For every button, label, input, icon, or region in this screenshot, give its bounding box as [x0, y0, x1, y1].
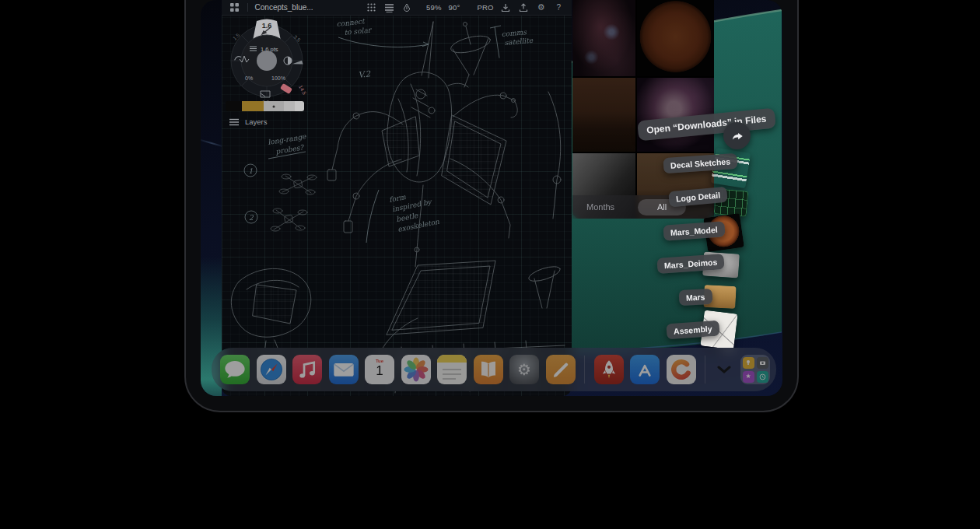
photos-flower-icon: [401, 355, 431, 384]
mini-tips-icon: [743, 357, 754, 369]
svg-text:comms: comms: [501, 28, 527, 38]
photos-dim-overlay: [572, 0, 714, 219]
pen-nib-icon[interactable]: [401, 2, 412, 13]
mini-star-icon: ★: [743, 371, 754, 383]
mech-sketch: [327, 22, 561, 267]
app-store-a-icon: [630, 355, 660, 384]
dock-icon-notes[interactable]: [437, 355, 467, 384]
svg-text:satellite: satellite: [504, 37, 534, 47]
pressure-min: 0%: [245, 75, 253, 81]
svg-text:V.2: V.2: [358, 68, 372, 79]
layers-label: Layers: [245, 117, 268, 126]
books-open-book-icon: [474, 355, 503, 384]
svg-text:long-range: long-range: [268, 132, 307, 146]
pressure-max: 100%: [271, 75, 285, 81]
ipad-screen: Concepts_blue... 59% 90° PRO ⚙ ?: [201, 0, 782, 396]
concepts-c-icon: [667, 355, 696, 384]
swatch-silver-selected[interactable]: [264, 101, 284, 111]
color-swatch-bar[interactable]: [226, 101, 304, 111]
share-forward-button[interactable]: [723, 122, 751, 149]
rotation-value[interactable]: 90°: [449, 3, 460, 12]
settings-gear-icon[interactable]: ⚙: [536, 2, 547, 13]
swatch-white[interactable]: [295, 101, 304, 111]
svg-text:2: 2: [249, 214, 254, 222]
layers-button[interactable]: Layers: [229, 117, 268, 126]
dock: Tue 1: [212, 348, 776, 391]
swatch-light-gray[interactable]: [284, 101, 295, 111]
stacked-lines-icon[interactable]: [384, 2, 395, 13]
dock-icon-music[interactable]: [292, 355, 322, 384]
svg-text:to solar: to solar: [344, 26, 373, 37]
dock-divider: [584, 356, 585, 384]
svg-text:form: form: [388, 193, 407, 204]
concepts-app-window[interactable]: Concepts_blue... 59% 90° PRO ⚙ ?: [222, 0, 572, 396]
notes-header: [437, 355, 467, 363]
import-icon[interactable]: [501, 2, 512, 13]
drag-item-label[interactable]: Mars: [679, 289, 713, 306]
drone-sketches: [271, 174, 317, 231]
safari-compass-icon: [257, 355, 286, 384]
svg-text:beetle: beetle: [395, 212, 418, 223]
dock-icon-app-store[interactable]: [630, 355, 660, 384]
dock-icon-concepts[interactable]: [667, 355, 696, 384]
document-title[interactable]: Concepts_blue...: [255, 3, 313, 12]
svg-text:inspired by: inspired by: [391, 198, 433, 213]
calendar-day: 1: [365, 363, 394, 378]
messages-bubble-icon: [220, 355, 250, 384]
zoom-option-months[interactable]: Months: [586, 195, 614, 219]
swatch-gold[interactable]: [242, 101, 264, 111]
export-share-icon[interactable]: [518, 2, 529, 13]
app-grid-icon[interactable]: [229, 2, 240, 13]
eraser-size: 14.5: [298, 84, 307, 96]
selected-tool-size: 1.6: [262, 22, 272, 30]
dock-divider: [705, 356, 705, 384]
svg-text:probes?: probes?: [275, 143, 305, 156]
swatch-black[interactable]: [226, 101, 242, 111]
dock-icon-calendar[interactable]: Tue 1: [365, 355, 394, 384]
chevron-down-icon: [717, 366, 731, 373]
dock-icon-books[interactable]: [474, 355, 503, 384]
dot-grid-icon[interactable]: [366, 2, 377, 13]
help-icon[interactable]: ?: [553, 2, 564, 13]
dock-icon-rocket[interactable]: [594, 355, 624, 384]
dock-icon-settings[interactable]: ⚙: [509, 355, 539, 384]
svg-text:connect: connect: [336, 17, 366, 28]
forward-arrow-icon: [730, 129, 744, 143]
dock-chevron-down-button[interactable]: [714, 355, 734, 384]
dock-icon-photos[interactable]: [401, 355, 431, 384]
ipad-device: Concepts_blue... 59% 90° PRO ⚙ ?: [184, 0, 799, 412]
dock-icon-messages[interactable]: [220, 355, 250, 384]
mini-clock-icon: [757, 371, 768, 383]
zoom-level[interactable]: 59%: [426, 3, 442, 12]
music-note-icon: [292, 355, 322, 384]
photos-app-window[interactable]: Months All: [572, 0, 714, 219]
dock-icon-sketch-pen[interactable]: [546, 355, 576, 384]
concepts-toolbar: Concepts_blue... 59% 90° PRO ⚙ ?: [222, 0, 572, 16]
rocket-icon: [594, 355, 624, 384]
tool-wheel[interactable]: 1.6 1.5 3.5 14.5 6.9 1.6 pts 0% 100%: [222, 11, 317, 109]
dock-icon-safari[interactable]: [257, 355, 286, 384]
dock-icon-mail[interactable]: [329, 355, 359, 384]
dock-icon-app-library[interactable]: ★: [740, 355, 770, 384]
mini-camera-icon: [757, 357, 768, 369]
settings-gear-glyph: ⚙: [517, 362, 531, 377]
svg-text:1: 1: [249, 167, 254, 175]
layers-icon: [229, 118, 239, 126]
pro-badge[interactable]: PRO: [477, 3, 493, 12]
toolbar-divider: [247, 3, 248, 12]
pen-icon: [546, 355, 576, 384]
wheel-center-knob[interactable]: [257, 51, 277, 71]
svg-text:exoskeleton: exoskeleton: [397, 218, 439, 233]
mail-envelope-icon: [329, 355, 359, 384]
